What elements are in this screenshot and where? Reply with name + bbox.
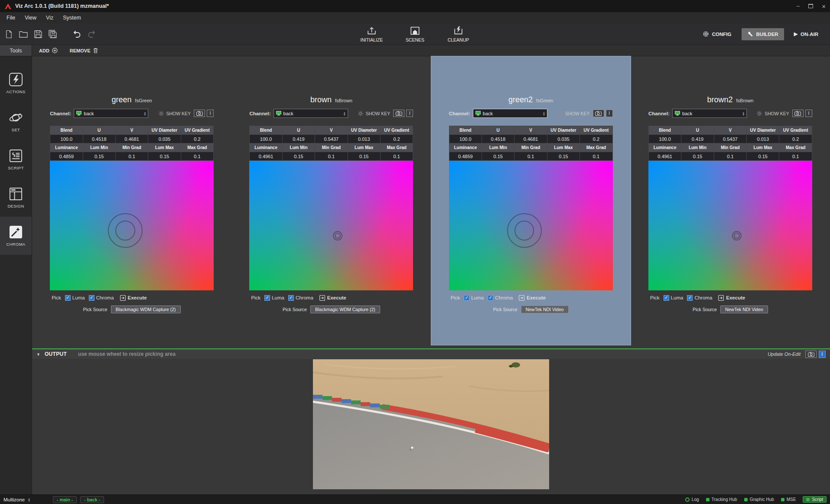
new-document-button[interactable]: [5, 30, 13, 39]
value-uv-gradient[interactable]: 0.2: [580, 135, 612, 143]
value-min-grad[interactable]: 0.1: [714, 152, 746, 160]
uv-picker[interactable]: [249, 161, 413, 290]
value-uv-gradient[interactable]: 0.2: [181, 135, 213, 143]
config-button[interactable]: CONFIG: [697, 28, 737, 40]
value-v[interactable]: 0.4681: [116, 135, 148, 143]
maximize-button[interactable]: [808, 4, 813, 8]
value-u[interactable]: 0.4518: [83, 135, 115, 143]
channel-select[interactable]: back: [273, 109, 348, 118]
channel-select[interactable]: back: [672, 109, 747, 118]
redo-button[interactable]: [88, 30, 96, 38]
output-video[interactable]: [313, 359, 549, 489]
menu-file[interactable]: File: [2, 15, 20, 21]
execute-button[interactable]: Execute: [120, 295, 147, 301]
value-v[interactable]: 0.5437: [315, 135, 347, 143]
value-max-grad[interactable]: 0.1: [381, 152, 413, 160]
builder-button[interactable]: BUILDER: [742, 28, 784, 40]
show-key-camera-toggle[interactable]: [593, 110, 604, 117]
execute-button[interactable]: Execute: [718, 295, 745, 301]
value-lum-min[interactable]: 0.15: [681, 152, 713, 160]
onair-button[interactable]: ON-AIR: [788, 28, 824, 40]
channel-back-button[interactable]: - back -: [80, 496, 104, 503]
channel-main-button[interactable]: - main -: [53, 496, 77, 503]
value-max-grad[interactable]: 0.1: [779, 152, 811, 160]
value-lum-max[interactable]: 0.15: [348, 152, 380, 160]
value-luminance[interactable]: 0.4859: [50, 152, 82, 160]
value-min-grad[interactable]: 0.1: [315, 152, 347, 160]
menu-system[interactable]: System: [58, 15, 86, 21]
value-lum-max[interactable]: 0.15: [547, 152, 579, 160]
value-max-grad[interactable]: 0.1: [181, 152, 213, 160]
menu-view[interactable]: View: [20, 15, 41, 21]
chroma-checkbox[interactable]: [687, 295, 693, 301]
value-min-grad[interactable]: 0.1: [514, 152, 547, 160]
sidebar-item-set[interactable]: SET: [0, 102, 32, 140]
show-key-invert-toggle[interactable]: I: [207, 110, 214, 117]
value-lum-min[interactable]: 0.15: [83, 152, 115, 160]
show-key-invert-toggle[interactable]: I: [805, 110, 812, 117]
luma-checkbox[interactable]: [464, 295, 469, 301]
value-uv-diameter[interactable]: 0.013: [348, 135, 380, 143]
status-log[interactable]: Log: [685, 497, 699, 502]
channel-select[interactable]: back: [74, 109, 148, 118]
value-v[interactable]: 0.5437: [714, 135, 746, 143]
chroma-checkbox[interactable]: [89, 295, 94, 301]
luma-checkbox[interactable]: [65, 295, 71, 301]
value-min-grad[interactable]: 0.1: [116, 152, 148, 160]
value-u[interactable]: 0.419: [283, 135, 315, 143]
close-button[interactable]: [822, 3, 826, 10]
value-lum-min[interactable]: 0.15: [283, 152, 315, 160]
value-lum-max[interactable]: 0.15: [148, 152, 180, 160]
status-script[interactable]: Script: [803, 496, 827, 503]
luma-checkbox[interactable]: [664, 295, 669, 301]
sidebar-item-chroma[interactable]: CHROMA: [0, 217, 32, 255]
pick-source-select[interactable]: NewTek NDI Video: [521, 306, 569, 313]
chroma-checkbox[interactable]: [488, 295, 493, 301]
status-graphic-hub[interactable]: Graphic Hub: [744, 497, 774, 502]
uv-picker[interactable]: [648, 161, 812, 290]
value-luminance[interactable]: 0.4859: [449, 152, 482, 160]
uv-picker[interactable]: [449, 161, 613, 290]
pick-source-select[interactable]: Blackmagic WDM Capture (2): [310, 306, 380, 313]
value-uv-gradient[interactable]: 0.2: [779, 135, 811, 143]
save-button[interactable]: [34, 30, 42, 38]
value-v[interactable]: 0.4681: [514, 135, 547, 143]
value-uv-diameter[interactable]: 0.035: [547, 135, 579, 143]
menu-viz[interactable]: Viz: [41, 15, 58, 21]
channel-select[interactable]: back: [473, 109, 547, 118]
add-button[interactable]: ADD: [39, 48, 58, 53]
value-uv-diameter[interactable]: 0.035: [148, 135, 180, 143]
open-folder-button[interactable]: [19, 31, 28, 38]
sidebar-item-script[interactable]: SCRIPT: [0, 140, 32, 179]
sidebar-item-actions[interactable]: ACTIONS: [0, 64, 32, 102]
execute-button[interactable]: Execute: [319, 295, 346, 301]
value-blend[interactable]: 100.0: [250, 135, 282, 143]
show-key-invert-toggle[interactable]: I: [606, 110, 613, 117]
value-u[interactable]: 0.4518: [482, 135, 514, 143]
value-luminance[interactable]: 0.4961: [250, 152, 282, 160]
uv-picker[interactable]: [50, 161, 214, 290]
value-max-grad[interactable]: 0.1: [580, 152, 612, 160]
output-key-toggle[interactable]: I: [819, 351, 826, 358]
sidebar-item-design[interactable]: DESIGN: [0, 179, 32, 217]
show-key-invert-toggle[interactable]: I: [406, 110, 413, 117]
value-uv-diameter[interactable]: 0.013: [747, 135, 779, 143]
value-luminance[interactable]: 0.4961: [649, 152, 681, 160]
save-all-button[interactable]: [49, 30, 57, 39]
value-lum-min[interactable]: 0.15: [482, 152, 514, 160]
collapse-output-button[interactable]: [36, 351, 40, 357]
status-tracking-hub[interactable]: Tracking Hub: [706, 497, 737, 502]
cleanup-button[interactable]: CLEANUP: [442, 26, 475, 42]
pick-source-select[interactable]: NewTek NDI Video: [720, 306, 768, 313]
luma-checkbox[interactable]: [264, 295, 270, 301]
status-mse[interactable]: MSE: [781, 497, 796, 502]
execute-button[interactable]: Execute: [519, 295, 546, 301]
scenes-button[interactable]: SCENES: [399, 26, 432, 42]
value-lum-max[interactable]: 0.15: [747, 152, 779, 160]
show-key-camera-toggle[interactable]: [792, 110, 804, 117]
zone-select[interactable]: Multizone: [3, 497, 49, 502]
pick-source-select[interactable]: Blackmagic WDM Capture (2): [111, 306, 181, 313]
undo-button[interactable]: [72, 30, 81, 38]
value-u[interactable]: 0.419: [681, 135, 713, 143]
remove-button[interactable]: REMOVE: [70, 48, 98, 53]
